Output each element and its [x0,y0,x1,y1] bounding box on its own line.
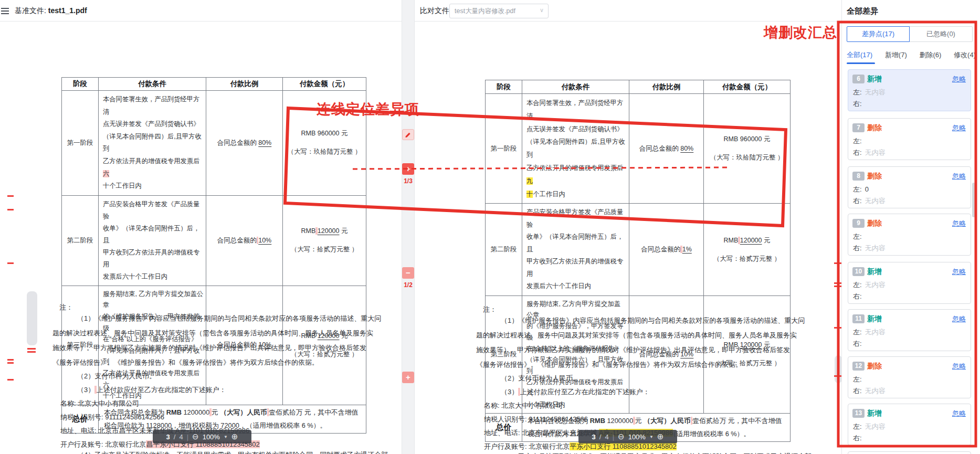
diff-tick [834,375,841,377]
diff-card[interactable]: 8删除忽略左:0右:无内容 [848,166,971,208]
zoom-out-icon[interactable]: ⊖ [618,432,625,441]
ignore-link[interactable]: 忽略 [952,362,966,371]
ignore-link[interactable]: 忽略 [952,75,966,84]
diff-card-value-row: 左:0 [853,185,869,194]
ignore-link[interactable]: 忽略 [952,314,966,324]
table-cell: RMB 120000 元（大写：拾贰万元整 ） [283,195,366,286]
diff-number-badge: 12 [852,362,865,371]
diff-card-value-row: 右:无内容 [853,386,886,396]
right-pane-header: 比对文件: test大量内容修改.pdf ∨ [415,0,841,22]
diff-card[interactable]: 11新增忽略左:无内容右: [848,309,971,351]
table-cell: 第二阶段 [62,195,99,286]
diff-number-badge: 13 [852,409,865,418]
diff-filter[interactable]: 修改(4) [954,50,976,60]
diff-filter[interactable]: 全部(17) [847,50,872,60]
document-text-line: 注： [59,303,73,312]
diff-marker-minus-icon[interactable]: − [402,267,414,279]
table-cell: 第一阶段 [62,91,99,196]
diff-number-badge: 6 [852,75,865,83]
diff-card-value-row: 右: [853,292,862,301]
zoom-in-icon[interactable]: ⊕ [231,432,238,441]
diff-counter: 1/3 [401,177,416,185]
diff-card-value-row: 右: [853,339,862,349]
page-total: 4 [179,433,183,441]
zoom-out-icon[interactable]: ⊖ [192,432,199,441]
diff-card[interactable]: 13新增忽略左:无内容右: [848,404,971,446]
tab-ignored[interactable]: 已忽略(0) [910,26,973,42]
table-row: 第二阶段产品安装合格甲方签发《产品质量验收单》（详见本合同附件五）后，且甲方收到… [486,204,791,296]
diff-card-value-row: 左: [853,136,862,146]
diff-type-label: 新增 [867,314,882,324]
diff-number-badge: 10 [852,267,865,276]
diff-card-value-row: 左:无内容 [853,422,886,431]
diff-type-label: 删除 [867,219,882,228]
diff-card[interactable]: 12删除忽略左:右:无内容 [848,356,971,398]
document-text-line: （2）支付币种为人民币。 [77,372,156,381]
document-text-line: （3） 上述付款应付至乙方在此指定的下述账户： [501,387,650,397]
page-separator: / [599,433,602,441]
ignore-link[interactable]: 忽略 [952,219,966,228]
panel-title: 全部差异 [847,6,878,16]
diff-card-value-row: 左:无内容 [853,88,886,97]
table-cell: RMB 120000 元（大写：拾贰万元整 ） [704,204,791,296]
ignore-link[interactable]: 忽略 [952,123,966,133]
table-row: 第一阶段本合同签署生效，产品到货经甲方清点无误并签发《产品到货确认书》（详见本合… [486,94,791,204]
document-text-line: 注： [483,305,497,314]
compare-file-select[interactable]: test大量内容修改.pdf ∨ [449,4,549,18]
diff-card[interactable]: 10新增忽略左:无内容右: [848,262,971,304]
document-text-line: （4）乙方产品达不到验收标准，不能满足甲方需求，甲方有权单方面解除合同，同时要求… [77,450,388,454]
diff-tick [7,209,14,210]
pdf-diff-app: 基准文件: test1_1.pdf 比对文件: test大量内容修改.pdf ∨… [0,0,980,454]
diff-tick [834,282,841,284]
table-header-cell: 阶段 [486,80,522,94]
diff-type-label: 新增 [867,409,882,418]
left-scrollbar-thumb[interactable] [27,291,37,345]
diff-marker-plus-icon[interactable]: + [402,372,414,383]
table-cell: 产品安装合格甲方签发《产品质量验收单》（详见本合同附件五）后，且甲方收到乙方依法… [522,204,629,296]
diff-filter[interactable]: 新增(7) [885,50,907,60]
annotate-pencil-icon[interactable] [402,129,414,140]
zoom-dropdown-caret-icon[interactable]: ▼ [649,435,654,439]
diff-card[interactable]: 14新增忽略左:无内容右: [848,451,971,454]
diff-type-label: 删除 [867,172,882,181]
table-cell: RMB 960000 元（大写：玖拾陆万元整 ） [704,94,791,204]
page-total: 4 [605,433,608,441]
diff-type-label: 删除 [867,362,882,371]
diff-card[interactable]: 7删除忽略左:右:无内容 [848,118,971,160]
diff-type-label: 新增 [867,75,882,84]
current-diff-marker-plus-icon[interactable]: + [402,163,414,175]
document-text-line: （3） 上述付款应付至乙方在此指定的下述账户： [77,385,226,395]
left-page-toolbar: 3 / 4 | ⊖ 100% ▼ ⊕ [153,430,251,444]
diff-card-value-row: 左: [853,232,862,241]
diff-card-value-row: 左:无内容 [853,280,886,290]
table-header-cell: 付款条件 [99,78,206,91]
table-cell: 第二阶段 [486,204,522,296]
diff-card-value-row: 左: [853,375,862,384]
menu-icon[interactable] [1,8,9,14]
right-scrollbar-thumb[interactable] [835,355,842,383]
document-text-line: 纳税人识别号: 9111124586142566 [484,415,588,424]
diff-filter[interactable]: 删除(6) [919,50,941,60]
page-separator: / [174,433,176,441]
left-pane-header: 基准文件: test1_1.pdf [0,0,402,22]
tab-diff-points[interactable]: 差异点(17) [847,26,910,42]
table-header-cell: 付款比例 [206,78,283,91]
diff-card[interactable]: 9删除忽略左:右:无内容 [848,214,971,256]
document-text-line: 施效果等）。甲方将根据乙方实施服务的情况对《维护评估报告》出具评估意见，即甲方验… [476,345,790,355]
ignore-link[interactable]: 忽略 [952,172,966,181]
page-number: 3 [592,433,596,441]
diff-card-value-row: 右: [853,99,862,109]
panel-scrollbar-thumb[interactable] [972,183,975,217]
diff-card[interactable]: 6新增忽略左:无内容右: [848,69,971,111]
zoom-dropdown-caret-icon[interactable]: ▼ [224,435,228,439]
table-header-cell: 付款金额（元） [283,78,366,91]
diff-card-value-row: 左:无内容 [853,328,886,337]
table-header-cell: 阶段 [62,78,99,91]
diff-tick [7,195,14,197]
diff-tick [834,286,841,287]
zoom-in-icon[interactable]: ⊕ [657,432,664,441]
table-cell: 合同总金额的 80% [206,91,283,196]
diff-tick [27,348,36,350]
ignore-link[interactable]: 忽略 [952,409,966,418]
ignore-link[interactable]: 忽略 [952,267,966,277]
